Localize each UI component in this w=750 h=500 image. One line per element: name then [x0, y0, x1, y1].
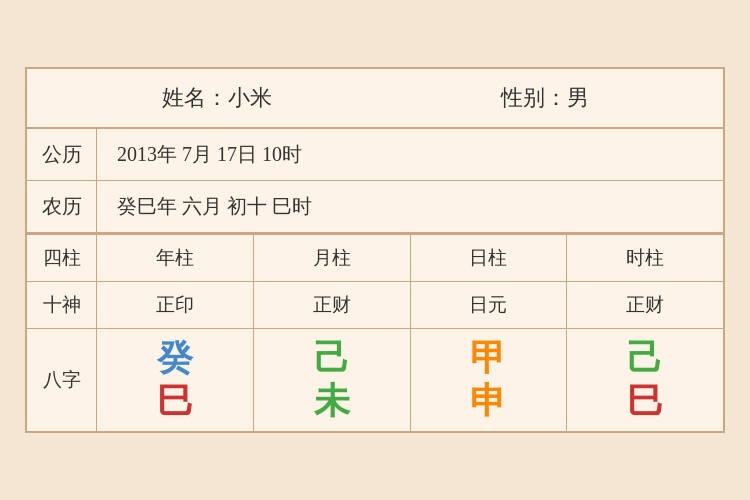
sizhu-label: 四柱 [27, 235, 97, 281]
bazhi-year: 癸 巳 [97, 329, 254, 431]
gregorian-label: 公历 [27, 129, 97, 180]
bazhi-day-top: 甲 [470, 337, 506, 380]
bazhi-hour: 己 巳 [567, 329, 723, 431]
bazhi-year-top: 癸 [157, 337, 193, 380]
shishen-day: 日元 [411, 282, 568, 328]
shishen-row: 十神 正印 正财 日元 正财 [27, 282, 723, 329]
bazhi-month-bot: 未 [314, 380, 350, 423]
bazhi-row: 八字 癸 巳 己 未 甲 申 己 巳 [27, 329, 723, 431]
shishen-label: 十神 [27, 282, 97, 328]
year-col-label: 年柱 [97, 235, 254, 281]
bazhi-year-bot: 巳 [157, 380, 193, 423]
lunar-label: 农历 [27, 181, 97, 232]
day-col-label: 日柱 [411, 235, 568, 281]
shishen-hour: 正财 [567, 282, 723, 328]
bazhi-day: 甲 申 [411, 329, 568, 431]
lunar-value: 癸巳年 六月 初十 巳时 [97, 181, 723, 232]
gregorian-value: 2013年 7月 17日 10时 [97, 129, 723, 180]
gregorian-row: 公历 2013年 7月 17日 10时 [27, 129, 723, 181]
shishen-year: 正印 [97, 282, 254, 328]
shishen-month: 正财 [254, 282, 411, 328]
lunar-row: 农历 癸巳年 六月 初十 巳时 [27, 181, 723, 233]
main-container: 姓名：小米 性别：男 公历 2013年 7月 17日 10时 农历 癸巳年 六月… [25, 67, 725, 433]
bazhi-label: 八字 [27, 329, 97, 431]
name-label: 姓名：小米 [162, 83, 272, 113]
header-row: 姓名：小米 性别：男 [27, 69, 723, 129]
bazhi-day-bot: 申 [470, 380, 506, 423]
month-col-label: 月柱 [254, 235, 411, 281]
gender-label: 性别：男 [501, 83, 589, 113]
hour-col-label: 时柱 [567, 235, 723, 281]
bazhi-month-top: 己 [314, 337, 350, 380]
bazhi-hour-bot: 巳 [627, 380, 663, 423]
bazhi-month: 己 未 [254, 329, 411, 431]
bazhi-hour-top: 己 [627, 337, 663, 380]
columns-row: 四柱 年柱 月柱 日柱 时柱 [27, 233, 723, 282]
